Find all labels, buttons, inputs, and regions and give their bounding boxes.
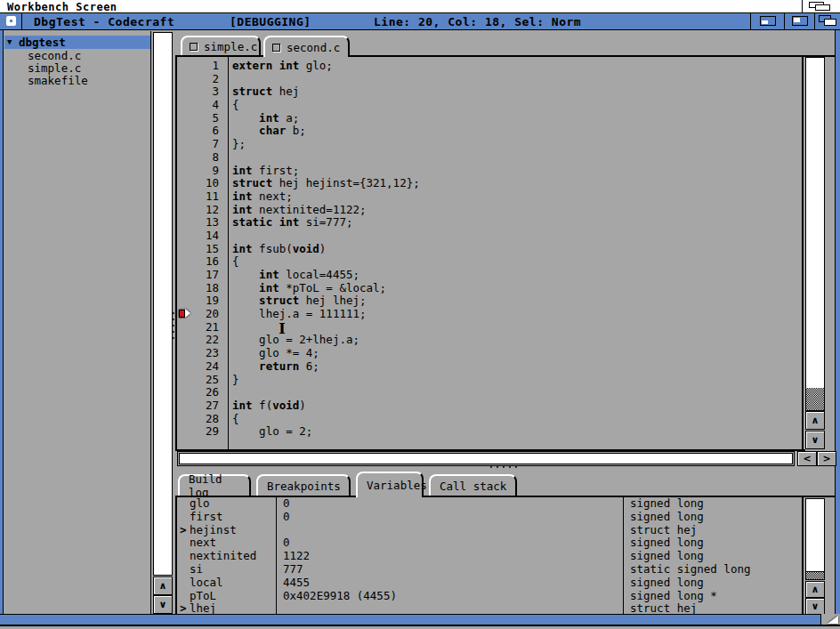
expand-arrow-icon[interactable]: >: [177, 602, 190, 614]
sidebar-scroll-up-icon[interactable]: ∧: [153, 577, 173, 595]
expand-arrow-icon[interactable]: >: [177, 524, 190, 537]
tab-variables[interactable]: Variables: [356, 472, 424, 497]
line-number[interactable]: 2: [177, 73, 224, 86]
variable-row[interactable]: pToL0x402E9918 (4455)signed long *: [177, 590, 802, 603]
resize-triangle-icon: [828, 616, 838, 624]
editor-hscroll-track[interactable]: [177, 451, 795, 466]
expand-arrow-icon[interactable]: [177, 511, 190, 524]
tab-call-stack[interactable]: Call stack: [429, 474, 517, 496]
variable-row[interactable]: glo0signed long: [177, 497, 802, 511]
line-number[interactable]: 3: [177, 85, 224, 99]
line-number[interactable]: 6: [177, 125, 224, 138]
line-number[interactable]: 17: [177, 269, 224, 282]
vertical-splitter-handle[interactable]: [173, 312, 174, 314]
column-divider[interactable]: [623, 497, 624, 614]
variables-table[interactable]: glo0signed longfirst0signed long>hejinst…: [177, 497, 804, 614]
line-number[interactable]: 13: [177, 216, 224, 230]
editor-scroll-up-icon[interactable]: ∧: [805, 411, 825, 430]
expand-arrow-icon[interactable]: [177, 577, 190, 590]
variable-name: hejinst: [190, 524, 276, 537]
tab-close-box-icon[interactable]: [190, 43, 198, 51]
resize-gadget[interactable]: [820, 614, 840, 626]
line-number[interactable]: 28: [177, 413, 224, 426]
tab-second-c[interactable]: second.c: [263, 36, 350, 57]
variable-row[interactable]: si777static signed long: [177, 563, 802, 577]
horizontal-splitter-handle[interactable]: [490, 466, 492, 468]
line-number[interactable]: 12: [177, 204, 224, 217]
variables-scroll-down-icon[interactable]: ∨: [805, 598, 825, 615]
window-titlebar[interactable]: DbgTest - Codecraft [DEBUGGING] Line: 20…: [0, 13, 840, 30]
sidebar-scrollbar-thumb[interactable]: [153, 32, 173, 576]
screen-titlebar[interactable]: Workbench Screen: [0, 0, 840, 13]
line-number[interactable]: 26: [177, 386, 224, 399]
expand-arrow-icon[interactable]: [177, 590, 190, 603]
variables-vscroll-track[interactable]: [805, 572, 825, 580]
editor-scroll-right-icon[interactable]: >: [817, 451, 836, 466]
line-number[interactable]: 19: [177, 294, 224, 308]
line-number[interactable]: 14: [177, 230, 224, 243]
editor-hscroll-thumb[interactable]: [179, 453, 793, 464]
variable-row[interactable]: >hejinststruct hej: [177, 524, 802, 537]
line-number[interactable]: 15: [177, 243, 224, 256]
line-number[interactable]: 10: [177, 177, 224, 190]
line-number[interactable]: 18: [177, 282, 224, 295]
tab-breakpoints[interactable]: Breakpoints: [256, 474, 351, 496]
line-number[interactable]: 25: [177, 374, 224, 387]
line-number[interactable]: 7: [177, 138, 224, 151]
variable-row[interactable]: nextinited1122signed long: [177, 550, 802, 563]
line-number[interactable]: 5: [177, 112, 224, 125]
line-number[interactable]: 8: [177, 151, 224, 165]
editor-scroll-left-icon[interactable]: <: [797, 451, 817, 466]
editor-scroll-down-icon[interactable]: ∨: [805, 431, 825, 449]
variable-row[interactable]: local4455signed long: [177, 577, 802, 590]
sidebar-scroll-down-icon[interactable]: ∨: [153, 595, 173, 614]
expand-arrow-icon[interactable]: [177, 497, 190, 511]
code-line: 29 glo = 2;: [177, 425, 804, 439]
variables-scroll-up-icon[interactable]: ∧: [805, 581, 825, 598]
tree-item-second-c[interactable]: second.c: [28, 50, 81, 62]
line-number[interactable]: 9: [177, 165, 224, 178]
code-editor[interactable]: 1extern int glo;23struct hej4{5 int a;6 …: [177, 57, 804, 449]
line-number[interactable]: 27: [177, 399, 224, 413]
depth-gadget-icon[interactable]: [814, 13, 840, 29]
expand-arrow-icon[interactable]: [177, 563, 190, 577]
editor-vscroll-thumb[interactable]: [805, 57, 825, 389]
expand-arrow-icon[interactable]: [177, 550, 190, 563]
iconify-gadget-icon[interactable]: [784, 13, 814, 29]
expand-arrow-icon[interactable]: [177, 536, 190, 550]
line-number[interactable]: 24: [177, 360, 224, 374]
variable-row[interactable]: next0signed long: [177, 536, 802, 550]
line-number[interactable]: 29: [177, 425, 224, 439]
zoom-gadget-icon[interactable]: [750, 13, 784, 29]
tree-item-simple-c[interactable]: simple.c: [28, 62, 81, 75]
tab-simple-c[interactable]: simple.c: [181, 36, 261, 55]
editor-vscroll-track[interactable]: [805, 388, 825, 411]
line-number[interactable]: 1: [177, 60, 224, 73]
line-number[interactable]: 4: [177, 99, 224, 112]
code-lines: 1extern int glo;23struct hej4{5 int a;6 …: [177, 60, 804, 439]
code-line: 21: [177, 321, 804, 335]
variable-row[interactable]: >lhejstruct hej: [177, 602, 802, 614]
code-text: lhej.a = 111111;: [224, 308, 367, 321]
tree-item-smakefile[interactable]: smakefile: [28, 75, 88, 87]
line-number[interactable]: 23: [177, 347, 224, 360]
line-number[interactable]: 16: [177, 255, 224, 269]
screen-depth-gadget-icon[interactable]: [804, 0, 840, 13]
tab-build-log[interactable]: Build log: [178, 474, 251, 496]
code-text: {: [224, 99, 239, 112]
close-gadget-icon[interactable]: [0, 13, 22, 29]
line-number[interactable]: 21: [177, 321, 224, 335]
variable-type: signed long: [623, 550, 704, 563]
code-text: struct hej lhej;: [224, 294, 367, 308]
tab-close-box-icon[interactable]: [272, 44, 280, 52]
breakpoint-icon[interactable]: [179, 309, 191, 319]
sidebar-scrollbar[interactable]: [153, 32, 173, 614]
column-divider[interactable]: [276, 497, 277, 614]
code-text: int fsub(void): [224, 243, 326, 256]
line-number[interactable]: 22: [177, 334, 224, 347]
variable-row[interactable]: first0signed long: [177, 511, 802, 524]
tree-root-dbgtest[interactable]: ▼ dbgtest: [4, 36, 150, 49]
variables-vscroll-thumb[interactable]: [805, 498, 825, 572]
line-number[interactable]: 11: [177, 190, 224, 204]
tree-collapse-icon[interactable]: ▼: [7, 36, 12, 49]
